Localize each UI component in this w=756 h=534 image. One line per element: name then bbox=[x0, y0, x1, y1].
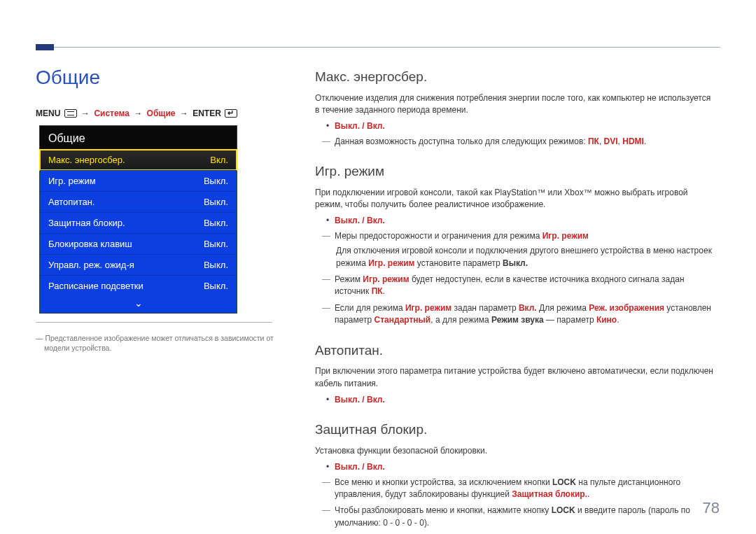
osd-item-auto-power[interactable]: Автопитан. Выкл. bbox=[40, 191, 237, 212]
osd-item-standby-control[interactable]: Управл. реж. ожид-я Выкл. bbox=[40, 254, 237, 275]
menu-icon bbox=[64, 109, 77, 118]
osd-item-label: Игр. режим bbox=[48, 176, 96, 186]
section-max-energy: Макс. энергосбер. Отключение изделия для… bbox=[315, 67, 714, 148]
osd-item-value: Выкл. bbox=[204, 176, 228, 186]
breadcrumb-general: Общие bbox=[147, 108, 176, 118]
section-desc: При включении этого параметра питание ус… bbox=[315, 365, 714, 390]
osd-item-max-energy[interactable]: Макс. энергосбер. Вкл. bbox=[39, 149, 237, 171]
enter-icon bbox=[225, 109, 237, 118]
section-heading: Макс. энергосбер. bbox=[315, 67, 714, 87]
model-disclaimer: Представленное изображение может отличат… bbox=[36, 333, 274, 353]
section-desc: При подключении игровой консоли, такой к… bbox=[315, 187, 714, 211]
section-heading: Автопитан. bbox=[315, 341, 714, 360]
note-item: Данная возможность доступна только для с… bbox=[315, 136, 714, 148]
section-desc: Установка функции безопасной блокировки. bbox=[315, 445, 714, 457]
osd-item-label: Автопитан. bbox=[48, 197, 94, 207]
osd-item-value: Выкл. bbox=[204, 239, 228, 249]
osd-item-value: Выкл. bbox=[204, 281, 228, 291]
osd-title: Общие bbox=[40, 126, 237, 150]
section-desc: Отключение изделия для снижения потребле… bbox=[315, 92, 714, 117]
osd-item-label: Защитная блокир. bbox=[48, 218, 125, 228]
section-game-mode: Игр. режим При подключении игровой консо… bbox=[315, 162, 714, 326]
osd-item-safety-lock[interactable]: Защитная блокир. Выкл. bbox=[40, 212, 237, 233]
top-divider bbox=[36, 47, 720, 48]
osd-item-label: Макс. энергосбер. bbox=[48, 155, 125, 165]
arrow-icon: → bbox=[81, 108, 90, 118]
note-item: Меры предосторожности и ограничения для … bbox=[315, 230, 714, 269]
breadcrumb-menu: MENU bbox=[36, 108, 60, 118]
note-item: Если для режима Игр. режим задан парамет… bbox=[315, 302, 714, 327]
note-item: Все меню и кнопки устройства, за исключе… bbox=[315, 477, 714, 501]
arrow-icon: → bbox=[134, 108, 142, 118]
section-heading: Игр. режим bbox=[315, 162, 714, 181]
osd-item-value: Выкл. bbox=[204, 218, 228, 228]
osd-item-game-mode[interactable]: Игр. режим Выкл. bbox=[40, 170, 237, 191]
section-auto-power: Автопитан. При включении этого параметра… bbox=[315, 341, 714, 407]
osd-item-button-lock[interactable]: Блокировка клавиш Выкл. bbox=[40, 233, 237, 254]
option-values: Выкл. / Вкл. bbox=[335, 395, 385, 405]
note-subitem: Для отключения игровой консоли и подключ… bbox=[335, 245, 714, 269]
osd-item-label: Блокировка клавиш bbox=[48, 239, 132, 249]
osd-item-value: Выкл. bbox=[204, 260, 228, 270]
content-column: Макс. энергосбер. Отключение изделия для… bbox=[315, 67, 714, 534]
option-values: Выкл. / Вкл. bbox=[335, 216, 385, 225]
osd-item-label: Расписание подсветки bbox=[48, 281, 144, 291]
breadcrumb: MENU → Система → Общие → ENTER bbox=[36, 108, 237, 118]
osd-item-label: Управл. реж. ожид-я bbox=[48, 260, 134, 270]
osd-item-lamp-schedule[interactable]: Расписание подсветки Выкл. bbox=[40, 275, 237, 296]
page-title: Общие bbox=[36, 66, 100, 89]
note-item: Режим Игр. режим будет недоступен, если … bbox=[315, 274, 714, 298]
breadcrumb-system: Система bbox=[94, 108, 130, 118]
option-values: Выкл. / Вкл. bbox=[335, 462, 385, 472]
osd-menu: Общие Макс. энергосбер. Вкл. Игр. режим … bbox=[39, 125, 237, 314]
page-number: 78 bbox=[703, 499, 720, 517]
arrow-icon: → bbox=[180, 108, 188, 118]
section-heading: Защитная блокир. bbox=[315, 420, 714, 440]
breadcrumb-enter: ENTER bbox=[192, 108, 221, 118]
option-values: Выкл. / Вкл. bbox=[335, 121, 385, 131]
osd-more-indicator[interactable]: ⌄ bbox=[40, 296, 237, 313]
osd-item-value: Вкл. bbox=[210, 155, 228, 165]
section-safety-lock: Защитная блокир. Установка функции безоп… bbox=[315, 420, 714, 529]
note-item: Чтобы разблокировать меню и кнопки, нажм… bbox=[315, 505, 714, 529]
osd-item-value: Выкл. bbox=[204, 197, 228, 207]
left-divider bbox=[36, 322, 272, 323]
